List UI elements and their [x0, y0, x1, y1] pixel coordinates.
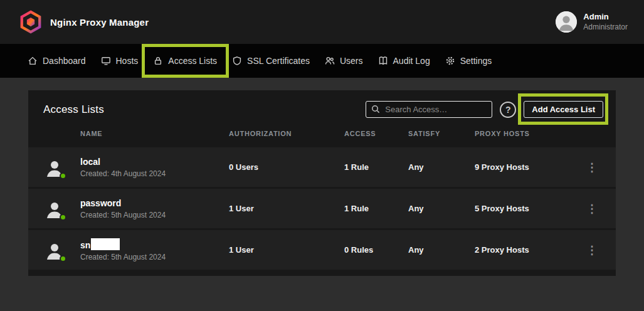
kebab-menu-icon[interactable]: ⋮ [584, 158, 599, 177]
satisfy-cell: Any [408, 162, 475, 172]
name-cell: password Created: 5th August 2024 [80, 198, 229, 219]
nav-label: SSL Certificates [247, 56, 310, 66]
access-lists-panel: Access Lists ? Add Access List NAME AUTH… [28, 90, 616, 276]
access-list-name-text: sn [80, 240, 90, 250]
monitor-icon [101, 56, 111, 66]
redaction-box [91, 238, 120, 250]
user-role: Administrator [583, 23, 628, 32]
row-avatar [43, 156, 66, 179]
column-header-access: ACCESS [344, 130, 408, 137]
proxy-hosts-cell: 2 Proxy Hosts [475, 245, 584, 255]
nav-item-dashboard[interactable]: Dashboard [20, 52, 93, 70]
gear-icon [445, 56, 455, 66]
table-row: local Created: 4th August 2024 0 Users 1… [28, 147, 616, 187]
help-circle-icon: ? [505, 105, 511, 115]
book-icon [378, 56, 388, 66]
nav-label: Access Lists [168, 56, 217, 66]
name-cell: local Created: 4th August 2024 [80, 156, 229, 177]
help-button[interactable]: ? [500, 102, 516, 118]
main-nav: Dashboard Hosts Access Lists SSL Certifi… [0, 44, 644, 78]
lock-icon [153, 56, 163, 66]
proxy-hosts-cell: 5 Proxy Hosts [475, 204, 584, 213]
add-button-wrap: Add Access List [524, 101, 603, 118]
table-row: sn Created: 5th August 2024 1 User 0 Rul… [28, 230, 616, 270]
nav-item-users[interactable]: Users [317, 52, 371, 70]
nav-label: Hosts [116, 56, 139, 66]
search-box [366, 101, 492, 118]
access-list-name: password [80, 198, 229, 209]
add-access-list-button[interactable]: Add Access List [524, 101, 603, 118]
table-row: password Created: 5th August 2024 1 User… [28, 189, 616, 228]
nav-item-ssl-certificates[interactable]: SSL Certificates [224, 52, 317, 70]
created-date: Created: 5th August 2024 [80, 253, 229, 261]
user-meta: Admin Administrator [583, 12, 628, 31]
created-date: Created: 4th August 2024 [80, 169, 229, 178]
nav-item-access-lists[interactable]: Access Lists [145, 52, 224, 70]
shield-icon [232, 56, 242, 66]
brand: Nginx Proxy Manager [19, 10, 149, 34]
satisfy-cell: Any [408, 245, 475, 255]
nav-label: Dashboard [43, 56, 86, 66]
column-header-name: NAME [80, 130, 229, 137]
row-avatar [43, 198, 66, 220]
nav-label: Audit Log [393, 56, 430, 66]
online-status-dot [60, 255, 66, 262]
person-icon [556, 11, 577, 33]
online-status-dot [60, 214, 66, 221]
online-status-dot [60, 172, 66, 179]
search-input[interactable] [366, 101, 492, 118]
users-icon [325, 56, 335, 66]
table-header: NAME AUTHORIZATION ACCESS SATISFY PROXY … [28, 126, 616, 147]
access-cell: 0 Rules [344, 245, 408, 255]
column-header-satisfy: SATISFY [408, 130, 475, 137]
row-avatar [43, 239, 66, 261]
nav-label: Settings [460, 56, 492, 66]
npm-hexagon-logo-icon [19, 10, 43, 34]
kebab-menu-icon[interactable]: ⋮ [584, 199, 599, 218]
kebab-menu-icon[interactable]: ⋮ [584, 241, 599, 260]
user-menu[interactable]: Admin Administrator [556, 11, 628, 33]
authorization-cell: 1 User [229, 245, 344, 255]
name-cell: sn Created: 5th August 2024 [80, 238, 229, 261]
user-name: Admin [583, 12, 628, 22]
access-list-name: local [80, 156, 229, 167]
authorization-cell: 1 User [229, 204, 344, 213]
home-icon [28, 56, 38, 66]
column-header-authorization: AUTHORIZATION [229, 130, 344, 137]
satisfy-cell: Any [408, 204, 475, 213]
user-avatar [556, 11, 577, 33]
nav-label: Users [340, 56, 363, 66]
access-list-name: sn [80, 238, 229, 251]
app-title: Nginx Proxy Manager [50, 17, 149, 28]
column-header-proxy-hosts: PROXY HOSTS [475, 130, 584, 137]
access-cell: 1 Rule [344, 204, 408, 213]
panel-header: Access Lists ? Add Access List [28, 90, 616, 126]
proxy-hosts-cell: 9 Proxy Hosts [475, 162, 584, 172]
nav-item-audit-log[interactable]: Audit Log [371, 52, 438, 70]
nav-item-settings[interactable]: Settings [438, 52, 500, 70]
authorization-cell: 0 Users [229, 162, 344, 172]
access-cell: 1 Rule [344, 162, 408, 172]
page-content: Access Lists ? Add Access List NAME AUTH… [0, 78, 644, 276]
nav-item-hosts[interactable]: Hosts [93, 52, 146, 70]
created-date: Created: 5th August 2024 [80, 211, 229, 219]
panel-title: Access Lists [43, 103, 104, 116]
app-header: Nginx Proxy Manager Admin Administrator [0, 0, 644, 44]
